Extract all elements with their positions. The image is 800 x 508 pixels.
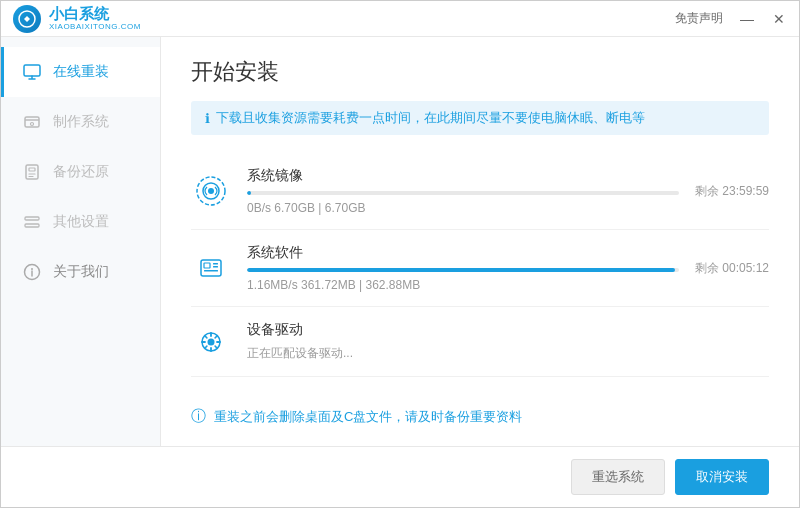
driver-icon: [191, 322, 231, 362]
system-image-progress-bar: [247, 191, 679, 195]
disk-icon: [21, 111, 43, 133]
titlebar-right: 免责声明 — ✕: [675, 10, 787, 27]
svg-rect-15: [204, 270, 218, 272]
titlebar-left: 小白系统 XIAOBAIXITONG.COM: [13, 5, 141, 33]
download-item-system-software: 系统软件 1.16MB/s 361.72MB | 362.88MB 剩余 00:…: [191, 230, 769, 307]
logo-text: 小白系统 XIAOBAIXITONG.COM: [49, 6, 141, 32]
sidebar-item-about-us[interactable]: 关于我们: [1, 247, 160, 297]
sidebar-item-online-reinstall[interactable]: 在线重装: [1, 47, 160, 97]
svg-rect-14: [204, 263, 210, 268]
system-image-status: 剩余 23:59:59: [695, 183, 769, 200]
footer: 重选系统 取消安装: [1, 446, 799, 507]
system-image-detail: 0B/s 6.70GB | 6.70GB: [247, 201, 679, 215]
mirror-icon: [191, 171, 231, 211]
main-area: 在线重装 制作系统: [1, 37, 799, 446]
cancel-install-button[interactable]: 取消安装: [675, 459, 769, 495]
download-item-system-image: 系统镜像 0B/s 6.70GB | 6.70GB 剩余 23:59:59: [191, 153, 769, 230]
sidebar-label-make-system: 制作系统: [53, 113, 109, 131]
svg-rect-6: [25, 217, 39, 220]
system-software-progress-bar: [247, 268, 679, 272]
info-icon: [21, 261, 43, 283]
system-software-detail: 1.16MB/s 361.72MB | 362.88MB: [247, 278, 679, 292]
sidebar-item-backup-restore: 备份还原: [1, 147, 160, 197]
download-item-device-driver: 设备驱动 正在匹配设备驱动...: [191, 307, 769, 377]
svg-point-19: [208, 338, 215, 345]
sidebar-label-online-reinstall: 在线重装: [53, 63, 109, 81]
system-software-progress-fill: [247, 268, 675, 272]
info-icon-banner: ℹ: [205, 111, 210, 126]
monitor-icon: [21, 61, 43, 83]
device-driver-detail: 正在匹配设备驱动...: [247, 345, 769, 362]
close-button[interactable]: ✕: [771, 11, 787, 27]
system-image-title: 系统镜像: [247, 167, 679, 185]
sidebar-item-make-system: 制作系统: [1, 97, 160, 147]
system-software-info: 系统软件 1.16MB/s 361.72MB | 362.88MB: [247, 244, 679, 292]
svg-rect-16: [213, 263, 218, 265]
system-software-title: 系统软件: [247, 244, 679, 262]
system-image-info: 系统镜像 0B/s 6.70GB | 6.70GB: [247, 167, 679, 215]
logo-sub-text: XIAOBAIXITONG.COM: [49, 22, 141, 31]
info-banner-text: 下载且收集资源需要耗费一点时间，在此期间尽量不要使电脑休眠、断电等: [216, 109, 645, 127]
system-software-status: 剩余 00:05:12: [695, 260, 769, 277]
logo-icon: [13, 5, 41, 33]
content-area: 开始安装 ℹ 下载且收集资源需要耗费一点时间，在此期间尽量不要使电脑休眠、断电等: [161, 37, 799, 446]
titlebar: 小白系统 XIAOBAIXITONG.COM 免责声明 — ✕: [1, 1, 799, 37]
svg-point-12: [208, 188, 214, 194]
sidebar: 在线重装 制作系统: [1, 37, 161, 446]
svg-point-9: [31, 268, 33, 270]
page-title: 开始安装: [191, 57, 769, 87]
settings-icon: [21, 211, 43, 233]
svg-rect-7: [25, 224, 39, 227]
svg-point-3: [31, 123, 34, 126]
reselect-button[interactable]: 重选系统: [571, 459, 665, 495]
warning-icon: ⓘ: [191, 407, 206, 426]
device-driver-title: 设备驱动: [247, 321, 769, 339]
disclaimer-link[interactable]: 免责声明: [675, 10, 723, 27]
system-image-progress-fill: [247, 191, 251, 195]
svg-rect-5: [29, 168, 35, 171]
svg-rect-17: [213, 266, 218, 268]
sidebar-label-backup-restore: 备份还原: [53, 163, 109, 181]
minimize-button[interactable]: —: [739, 11, 755, 27]
download-list: 系统镜像 0B/s 6.70GB | 6.70GB 剩余 23:59:59: [191, 153, 769, 426]
backup-icon: [21, 161, 43, 183]
info-banner: ℹ 下载且收集资源需要耗费一点时间，在此期间尽量不要使电脑休眠、断电等: [191, 101, 769, 135]
warning-text: 重装之前会删除桌面及C盘文件，请及时备份重要资料: [214, 408, 522, 426]
sidebar-item-other-settings: 其他设置: [1, 197, 160, 247]
warning-note: ⓘ 重装之前会删除桌面及C盘文件，请及时备份重要资料: [191, 393, 769, 426]
main-window: 小白系统 XIAOBAIXITONG.COM 免责声明 — ✕ 在线重装: [0, 0, 800, 508]
logo-main-text: 小白系统: [49, 6, 141, 23]
software-icon: [191, 248, 231, 288]
sidebar-label-other-settings: 其他设置: [53, 213, 109, 231]
device-driver-info: 设备驱动 正在匹配设备驱动...: [247, 321, 769, 362]
sidebar-label-about-us: 关于我们: [53, 263, 109, 281]
svg-rect-1: [24, 65, 40, 76]
